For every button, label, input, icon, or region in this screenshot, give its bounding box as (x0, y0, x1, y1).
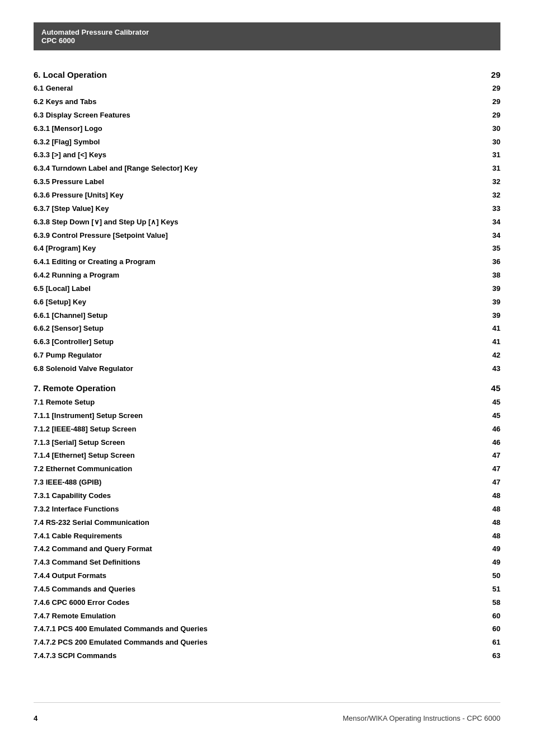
toc-entry-label: 6.3.2 [Flag] Symbol (34, 135, 430, 149)
toc-entry-page: 49 (430, 556, 500, 570)
toc-entry-page: 39 (430, 309, 500, 322)
toc-row: 7.4.7.3 SCPI Commands63 (34, 650, 500, 663)
toc-entry-label: 7.2 Ethernet Communication (34, 463, 430, 476)
toc-row: 7.4.5 Commands and Queries51 (34, 583, 500, 596)
toc-row: 6.4 [Program] Key35 (34, 242, 500, 256)
header-subtitle: CPC 6000 (41, 36, 493, 45)
toc-entry-label: 7.1 Remote Setup (34, 396, 430, 410)
toc-entry-page: 41 (430, 336, 500, 349)
toc-entry-page: 63 (430, 650, 500, 663)
toc-entry-page: 50 (430, 570, 500, 583)
toc-row: 6.3.2 [Flag] Symbol30 (34, 135, 500, 149)
toc-entry-page: 60 (430, 609, 500, 623)
page: Automated Pressure Calibrator CPC 6000 6… (0, 0, 534, 756)
toc-row: 6.6.3 [Controller] Setup41 (34, 336, 500, 349)
toc-entry-label: 6.3.5 Pressure Label (34, 176, 430, 189)
toc-row: 7.2 Ethernet Communication47 (34, 463, 500, 476)
toc-entry-page: 31 (430, 162, 500, 176)
toc-entry-label: 7. Remote Operation (34, 375, 430, 396)
toc-entry-label: 6.4 [Program] Key (34, 242, 430, 256)
toc-entry-page: 35 (430, 242, 500, 256)
toc-row: 6.7 Pump Regulator42 (34, 349, 500, 363)
toc-row: 6.6.2 [Sensor] Setup41 (34, 322, 500, 336)
toc-entry-page: 31 (430, 149, 500, 162)
toc-row: 7.1.1 [Instrument] Setup Screen45 (34, 409, 500, 422)
footer-page-number: 4 (34, 714, 56, 722)
toc-entry-page: 48 (430, 503, 500, 516)
header-box: Automated Pressure Calibrator CPC 6000 (34, 22, 500, 50)
toc-row: 6.8 Solenoid Valve Regulator43 (34, 362, 500, 375)
toc-entry-label: 6.6.2 [Sensor] Setup (34, 322, 430, 336)
toc-entry-label: 6.1 General (34, 82, 430, 96)
toc-row: 6.3.6 Pressure [Units] Key32 (34, 189, 500, 203)
toc-row: 6.4.2 Running a Program38 (34, 269, 500, 283)
toc-entry-label: 7.4.5 Commands and Queries (34, 583, 430, 596)
toc-entry-page: 39 (430, 295, 500, 309)
toc-row: 6.3.4 Turndown Label and [Range Selector… (34, 162, 500, 176)
toc-entry-page: 36 (430, 256, 500, 269)
toc-entry-label: 6.5 [Local] Label (34, 282, 430, 295)
toc-entry-page: 32 (430, 176, 500, 189)
toc-entry-label: 6.3.1 [Mensor] Logo (34, 122, 430, 135)
toc-entry-label: 6.4.2 Running a Program (34, 269, 430, 283)
toc-row: 7.4 RS-232 Serial Communication48 (34, 516, 500, 529)
toc-entry-page: 60 (430, 623, 500, 636)
toc-row: 6.6.1 [Channel] Setup39 (34, 309, 500, 322)
toc-row: 7.4.7.2 PCS 200 Emulated Commands and Qu… (34, 636, 500, 650)
toc-row: 6.3.8 Step Down [∨] and Step Up [∧] Keys… (34, 215, 500, 229)
toc-row: 6.3.7 [Step Value] Key33 (34, 202, 500, 215)
toc-entry-page: 45 (430, 396, 500, 410)
toc-entry-label: 7.4.7.2 PCS 200 Emulated Commands and Qu… (34, 636, 430, 650)
toc-row: 7.1.2 [IEEE-488] Setup Screen46 (34, 422, 500, 436)
toc-row: 6.3.1 [Mensor] Logo30 (34, 122, 500, 135)
toc-entry-label: 6.3.4 Turndown Label and [Range Selector… (34, 162, 430, 176)
toc-entry-label: 7.4.2 Command and Query Format (34, 543, 430, 556)
header-title: Automated Pressure Calibrator (41, 28, 493, 36)
toc-entry-label: 7.1.2 [IEEE-488] Setup Screen (34, 422, 430, 436)
toc-entry-page: 45 (430, 375, 500, 396)
toc-row: 6.3.3 [>] and [<] Keys31 (34, 149, 500, 162)
toc-entry-page: 30 (430, 122, 500, 135)
toc-entry-page: 46 (430, 436, 500, 449)
toc-entry-label: 6.6.3 [Controller] Setup (34, 336, 430, 349)
toc-row: 6.3 Display Screen Features29 (34, 109, 500, 122)
toc-entry-page: 45 (430, 409, 500, 422)
toc-row: 7.1.3 [Serial] Setup Screen46 (34, 436, 500, 449)
toc-row: 6.5 [Local] Label39 (34, 282, 500, 295)
toc-entry-label: 6.6 [Setup] Key (34, 295, 430, 309)
toc-entry-label: 7.4.3 Command Set Definitions (34, 556, 430, 570)
toc-row: 6.3.5 Pressure Label32 (34, 176, 500, 189)
toc-row: 6.4.1 Editing or Creating a Program36 (34, 256, 500, 269)
toc-entry-page: 51 (430, 583, 500, 596)
toc-entry-label: 6.3.6 Pressure [Units] Key (34, 189, 430, 203)
toc-entry-page: 34 (430, 215, 500, 229)
toc-entry-label: 6.2 Keys and Tabs (34, 96, 430, 109)
toc-row: 6.1 General29 (34, 82, 500, 96)
toc-row: 7.4.4 Output Formats50 (34, 570, 500, 583)
toc-entry-label: 7.3.1 Capability Codes (34, 489, 430, 503)
toc-entry-page: 48 (430, 529, 500, 543)
toc-entry-label: 7.4.7.3 SCPI Commands (34, 650, 430, 663)
toc-entry-label: 6.7 Pump Regulator (34, 349, 430, 363)
toc-entry-label: 7.1.4 [Ethernet] Setup Screen (34, 449, 430, 463)
toc-row: 7.3 IEEE-488 (GPIB)47 (34, 476, 500, 490)
toc-entry-label: 7.4.1 Cable Requirements (34, 529, 430, 543)
toc-entry-page: 61 (430, 636, 500, 650)
footer-text: Mensor/WIKA Operating Instructions - CPC… (56, 714, 500, 722)
toc-entry-page: 47 (430, 463, 500, 476)
toc-entry-label: 7.1.3 [Serial] Setup Screen (34, 436, 430, 449)
toc-entry-label: 6.6.1 [Channel] Setup (34, 309, 430, 322)
toc-entry-label: 7.3.2 Interface Functions (34, 503, 430, 516)
toc-row: 7.4.7 Remote Emulation60 (34, 609, 500, 623)
toc-entry-label: 7.4.4 Output Formats (34, 570, 430, 583)
toc-row: 7.4.2 Command and Query Format49 (34, 543, 500, 556)
toc-row: 7.1.4 [Ethernet] Setup Screen47 (34, 449, 500, 463)
toc-row: 7.4.3 Command Set Definitions49 (34, 556, 500, 570)
toc-entry-page: 58 (430, 596, 500, 609)
toc-entry-label: 7.4 RS-232 Serial Communication (34, 516, 430, 529)
toc-entry-label: 6.4.1 Editing or Creating a Program (34, 256, 430, 269)
toc-entry-label: 6.3 Display Screen Features (34, 109, 430, 122)
toc-entry-label: 6.3.3 [>] and [<] Keys (34, 149, 430, 162)
toc-entry-page: 42 (430, 349, 500, 363)
toc-entry-label: 6. Local Operation (34, 67, 430, 82)
